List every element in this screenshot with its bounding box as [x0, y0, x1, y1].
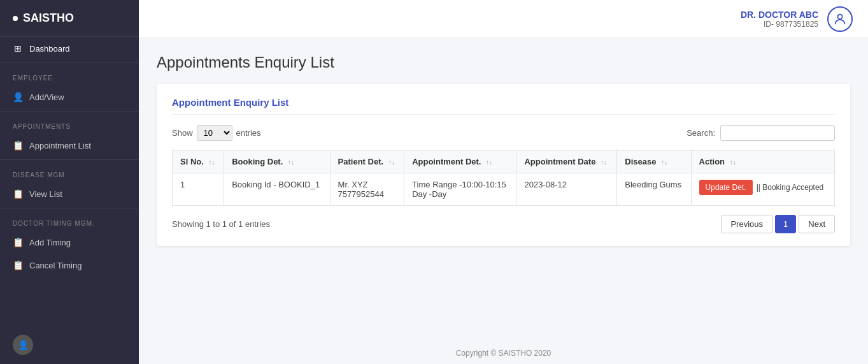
header-user-id: ID- 9877351825 — [741, 20, 818, 29]
showing-text: Showing 1 to 1 of 1 entries — [172, 219, 270, 229]
add-view-icon: 👤 — [13, 92, 23, 102]
section-label-appointments: Appointments — [0, 114, 139, 134]
booking-accepted-label: || Booking Accepted — [757, 183, 824, 192]
main-card: Appointment Enquiry List Show 10 25 50 1… — [157, 84, 850, 246]
table-row: 1 Booking Id - BOOKID_1 Mr. XYZ 75779525… — [173, 173, 835, 206]
sidebar-item-add-timing[interactable]: 📋 Add Timing — [0, 231, 139, 254]
col-sl-no: Sl No. ↑↓ — [173, 150, 224, 173]
sort-disease[interactable]: ↑↓ — [661, 159, 667, 166]
logo-text: SAISTHO — [23, 11, 74, 25]
header-user-name: DR. DOCTOR ABC — [741, 10, 818, 20]
logo-dot — [13, 16, 18, 21]
col-patient-det: Patient Det. ↑↓ — [330, 150, 404, 173]
sort-booking-det[interactable]: ↑↓ — [288, 159, 294, 166]
sidebar: SAISTHO ⊞ Dashboard Employee 👤 Add/View … — [0, 0, 139, 364]
next-button[interactable]: Next — [799, 215, 835, 233]
show-label: Show — [172, 128, 193, 138]
view-list-icon: 📋 — [13, 189, 23, 199]
header-user: DR. DOCTOR ABC ID- 9877351825 — [741, 6, 853, 32]
section-label-disease: Disease MGM — [0, 163, 139, 182]
sidebar-item-label: Dashboard — [29, 44, 70, 54]
cell-disease: Bleeding Gums — [617, 173, 691, 206]
col-appointment-date: Appointment Date ↑↓ — [516, 150, 617, 173]
action-cell: Update Det. || Booking Accepted — [699, 180, 827, 195]
sidebar-item-label: Add/View — [29, 92, 64, 102]
appt-day: Day -Day — [412, 189, 508, 199]
search-label: Search: — [687, 128, 715, 138]
table-footer: Showing 1 to 1 of 1 entries Previous 1 N… — [172, 215, 835, 233]
sort-action[interactable]: ↑↓ — [730, 159, 736, 166]
sidebar-avatar: 👤 — [13, 335, 33, 355]
table-controls: Show 10 25 50 100 entries Search: — [172, 125, 835, 141]
patient-phone: 7577952544 — [338, 189, 397, 199]
search-input[interactable] — [720, 125, 835, 141]
sort-sl-no[interactable]: ↑↓ — [208, 159, 215, 166]
entries-select[interactable]: 10 25 50 100 — [197, 125, 232, 141]
page-title: Appointments Enquiry List — [157, 54, 850, 71]
disease-name: Bleeding Gums — [625, 180, 683, 189]
section-label-doctor-timing: Doctor Timing MGM. — [0, 211, 139, 231]
entries-selector: Show 10 25 50 100 entries — [172, 125, 261, 141]
sort-patient-det[interactable]: ↑↓ — [388, 159, 395, 166]
previous-button[interactable]: Previous — [721, 215, 772, 233]
sidebar-item-appointment-list[interactable]: 📋 Appointment List — [0, 134, 139, 157]
cell-appointment-date: 2023-08-12 — [516, 173, 617, 206]
section-label-employee: Employee — [0, 66, 139, 85]
col-booking-det: Booking Det. ↑↓ — [224, 150, 330, 173]
sort-appointment-det[interactable]: ↑↓ — [486, 159, 492, 166]
top-header: DR. DOCTOR ABC ID- 9877351825 — [139, 0, 868, 38]
sidebar-item-label: Appointment List — [29, 141, 91, 150]
appt-time: Time Range -10:00-10:15 — [412, 180, 508, 189]
col-disease: Disease ↑↓ — [617, 150, 691, 173]
sidebar-logo: SAISTHO — [0, 0, 139, 37]
cell-sl-no: 1 — [173, 173, 224, 206]
appointment-list-icon: 📋 — [13, 140, 23, 150]
main-content: DR. DOCTOR ABC ID- 9877351825 Appointmen… — [139, 0, 868, 364]
sidebar-item-label: View List — [29, 189, 62, 199]
header-user-info: DR. DOCTOR ABC ID- 9877351825 — [741, 10, 818, 29]
page-body: Appointments Enquiry List Appointment En… — [139, 38, 868, 342]
svg-point-0 — [837, 14, 842, 18]
cell-patient-det: Mr. XYZ 7577952544 — [330, 173, 404, 206]
current-page: 1 — [775, 215, 796, 233]
card-title: Appointment Enquiry List — [172, 97, 835, 115]
sort-appointment-date[interactable]: ↑↓ — [601, 159, 607, 166]
cell-appointment-det: Time Range -10:00-10:15 Day -Day — [404, 173, 516, 206]
cell-booking-det: Booking Id - BOOKID_1 — [224, 173, 330, 206]
avatar — [827, 6, 853, 32]
cell-action: Update Det. || Booking Accepted — [691, 173, 834, 206]
sidebar-item-label: Add Timing — [29, 238, 71, 247]
col-appointment-det: Appointment Det. ↑↓ — [404, 150, 516, 173]
sidebar-item-label: Cancel Timing — [29, 261, 82, 270]
data-table: Sl No. ↑↓ Booking Det. ↑↓ Patient Det. ↑… — [172, 150, 835, 206]
sidebar-item-cancel-timing[interactable]: 📋 Cancel Timing — [0, 254, 139, 277]
add-timing-icon: 📋 — [13, 237, 23, 247]
entries-label: entries — [236, 128, 261, 138]
search-box: Search: — [687, 125, 835, 141]
cancel-timing-icon: 📋 — [13, 260, 23, 270]
page-footer: Copyright © SAISTHO 2020 — [139, 342, 868, 364]
col-action: Action ↑↓ — [691, 150, 834, 173]
pagination: Previous 1 Next — [721, 215, 835, 233]
dashboard-icon: ⊞ — [13, 43, 23, 54]
sidebar-item-add-view[interactable]: 👤 Add/View — [0, 85, 139, 108]
sidebar-item-dashboard[interactable]: ⊞ Dashboard — [0, 37, 139, 60]
copyright-text: Copyright © SAISTHO 2020 — [456, 349, 551, 358]
patient-name: Mr. XYZ — [338, 180, 397, 189]
update-det-button[interactable]: Update Det. — [699, 180, 753, 195]
sidebar-item-view-list[interactable]: 📋 View List — [0, 182, 139, 205]
sidebar-bottom: 👤 — [0, 326, 139, 364]
